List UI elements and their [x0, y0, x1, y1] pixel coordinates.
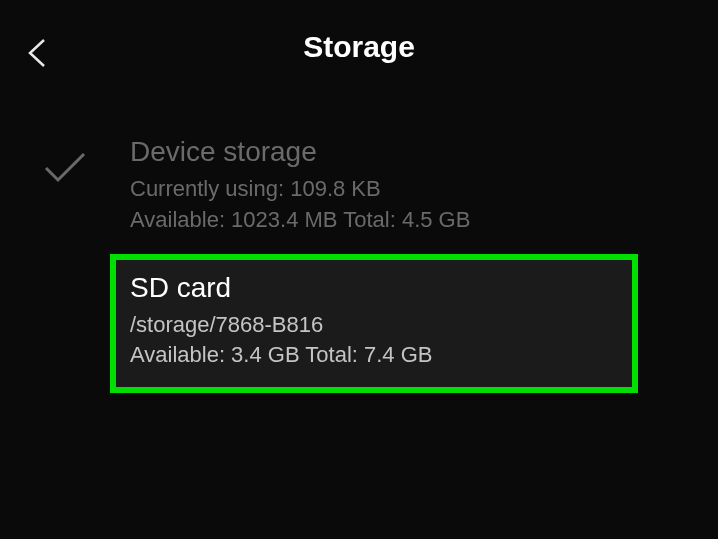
sdcard-title: SD card — [130, 272, 618, 304]
header: Storage — [0, 0, 718, 104]
device-storage-using: Currently using: 109.8 KB — [130, 174, 698, 205]
device-storage-available: Available: 1023.4 MB Total: 4.5 GB — [130, 205, 698, 236]
back-icon[interactable] — [24, 36, 50, 74]
storage-options: Device storage Currently using: 109.8 KB… — [0, 104, 718, 393]
device-storage-title: Device storage — [130, 136, 698, 168]
sdcard-available: Available: 3.4 GB Total: 7.4 GB — [130, 340, 618, 371]
storage-option-sdcard[interactable]: SD card /storage/7868-B816 Available: 3.… — [110, 254, 638, 394]
page-title: Storage — [20, 30, 698, 64]
storage-option-device[interactable]: Device storage Currently using: 109.8 KB… — [0, 124, 698, 248]
sdcard-path: /storage/7868-B816 — [130, 310, 618, 341]
checkmark-icon — [40, 148, 90, 192]
